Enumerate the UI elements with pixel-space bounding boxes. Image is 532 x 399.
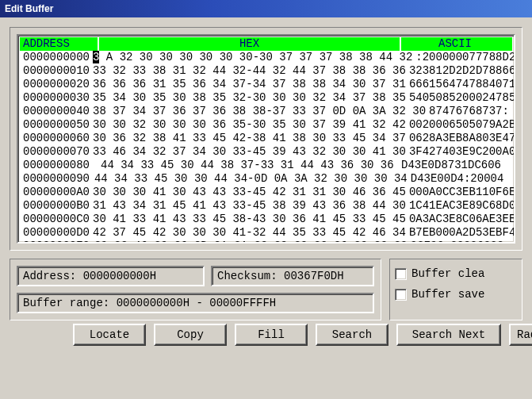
header-address: ADDRESS — [20, 37, 98, 51]
ascii-cell: 3F427403E9C200A0 — [406, 145, 515, 159]
hex-row: 00000000C030 41 33 41 43 33 45 38-43 30 … — [20, 213, 512, 226]
checkbox-icon — [395, 289, 407, 301]
hex-panel[interactable]: ADDRESS HEX ASCII 00000000003 A 32 30 30… — [17, 34, 515, 244]
header-ascii: ASCII — [401, 37, 512, 51]
ascii-cell: D43E0D8731DC606 — [398, 159, 512, 172]
search-button[interactable]: Search — [316, 324, 388, 346]
hex-group: ADDRESS HEX ASCII 00000000003 A 32 30 30… — [10, 27, 522, 251]
checksum-label: Checksum: — [217, 270, 277, 282]
hex-cell[interactable]: 30 41 33 41 43 33 45 38-43 30 36 41 45 3… — [90, 213, 406, 226]
range-label: Buffer range: — [23, 297, 109, 309]
search-next-button[interactable]: Search Next — [396, 324, 501, 346]
ascii-cell: 000A0CC3EB110F6E — [406, 186, 515, 199]
hex-cell[interactable]: 3 A 32 30 30 30 30 30 30-30 37 37 37 38 … — [90, 51, 412, 64]
header-hex: HEX — [99, 37, 400, 51]
hex-row: 000000002036 36 36 31 35 36 34 37-34 37 … — [20, 78, 512, 91]
ascii-cell: 0A3AC3E8C06AE3EE — [406, 213, 515, 226]
hex-row: 000000006030 36 32 38 41 33 45 42-38 41 … — [20, 132, 512, 145]
addr-cell: 00000000E0 — [20, 240, 91, 244]
hex-cell[interactable]: 36 36 36 31 35 36 34 37-34 37 38 38 34 3… — [90, 78, 406, 91]
hex-cell[interactable]: 38 37 34 37 36 37 36 38 38-37 33 37 0D 0… — [90, 105, 426, 118]
hex-row: 00000000003 A 32 30 30 30 30 30 30-30 37… — [20, 51, 512, 64]
button-bar: Locate Copy Fill Search Search Next Rad — [10, 320, 522, 346]
hex-header-row: ADDRESS HEX ASCII — [20, 37, 512, 51]
ascii-cell: 93F96:20006000 — [408, 240, 512, 244]
range-field: Buffer range: 0000000000H - 00000FFFFH — [17, 293, 374, 313]
hex-cell[interactable]: 44 34 33 45 30 44 38 37-33 31 44 43 36 3… — [98, 159, 398, 172]
addr-cell: 0000000050 — [20, 118, 90, 132]
options-panel: Buffer clea Buffer save — [389, 259, 522, 320]
addr-cell: 0000000080 — [20, 159, 98, 172]
hex-cell[interactable]: 30 36 32 38 41 33 45 42-38 41 38 30 33 4… — [90, 132, 406, 145]
ascii-cell: 0020006505079A2B — [406, 118, 515, 132]
ascii-cell: D43E00D4:20004 — [408, 172, 512, 186]
hex-row: 000000003035 34 30 35 30 38 35 32-30 30 … — [20, 91, 512, 105]
hex-row: 000000007033 46 34 32 37 34 30 33-45 39 … — [20, 145, 512, 159]
addr-cell: 0000000000 — [20, 51, 90, 64]
buffer-clear-label: Buffer clea — [411, 267, 484, 280]
hex-cell[interactable]: 30 30 30 41 30 43 43 33-45 42 31 31 30 4… — [90, 186, 406, 199]
hex-row: 00000000A030 30 30 41 30 43 43 33-45 42 … — [20, 186, 512, 199]
hex-cell[interactable]: 33 46 34 32 37 34 30 33-45 39 43 32 30 3… — [90, 145, 406, 159]
radix-button[interactable]: Rad — [509, 324, 532, 346]
addr-cell: 00000000B0 — [20, 199, 90, 213]
ascii-cell: 323812D2D2D78866 — [406, 64, 515, 78]
buffer-save-label: Buffer save — [411, 288, 484, 301]
ascii-cell: :200000077788D2 — [412, 51, 515, 64]
title-bar: Edit Buffer — [0, 0, 532, 17]
addr-cell: 00000000D0 — [20, 226, 90, 240]
hex-row: 00000000B031 43 34 31 45 41 43 33-45 38 … — [20, 199, 512, 213]
addr-cell: 0000000010 — [20, 64, 90, 78]
addr-cell: 0000000020 — [20, 78, 90, 91]
hex-cell[interactable]: 39 33 46 39 36 0D 0A 3A-32 30 30 30 36 3… — [91, 240, 408, 244]
window-title: Edit Buffer — [5, 3, 53, 14]
hex-row: 000000005030 30 32 30 30 30 36 35-30 35 … — [20, 118, 512, 132]
hex-cell[interactable]: 31 43 34 31 45 41 43 33-45 38 39 43 36 3… — [90, 199, 406, 213]
addr-cell: 0000000090 — [20, 172, 91, 186]
addr-cell: 0000000070 — [20, 145, 90, 159]
hex-row: 000000008044 34 33 45 30 44 38 37-33 31 … — [20, 159, 512, 172]
hex-cell[interactable]: 42 37 45 42 30 30 30 41-32 44 35 33 45 4… — [90, 226, 406, 240]
hex-cell[interactable]: 30 30 32 30 30 30 36 35-30 35 30 37 39 4… — [90, 118, 406, 132]
client-area: ADDRESS HEX ASCII 00000000003 A 32 30 30… — [0, 17, 532, 355]
checksum-field: Checksum: 00367F0DH — [211, 266, 374, 286]
address-label: Address: — [23, 270, 76, 282]
buffer-save-checkbox[interactable]: Buffer save — [395, 288, 517, 301]
addr-cell: 00000000C0 — [20, 213, 90, 226]
addr-cell: 0000000040 — [20, 105, 90, 118]
ascii-cell: 6661564747884071 — [406, 78, 515, 91]
addr-cell: 0000000060 — [20, 132, 90, 145]
hex-cell[interactable]: 44 34 33 45 30 30 44 34-0D 0A 3A 32 30 3… — [91, 172, 408, 186]
addr-cell: 0000000030 — [20, 91, 90, 105]
ascii-cell: 87476768737: 20 — [426, 105, 515, 118]
ascii-cell: 0628A3EB8A803E47 — [406, 132, 515, 145]
checksum-value: 00367F0DH — [284, 270, 344, 282]
hex-row: 00000000D042 37 45 42 30 30 30 41-32 44 … — [20, 226, 512, 240]
copy-button[interactable]: Copy — [154, 324, 227, 346]
ascii-cell: B7EB000A2D53EBF4 — [406, 226, 515, 240]
ascii-cell: 5405085200024785 — [406, 91, 515, 105]
locate-button[interactable]: Locate — [73, 324, 146, 346]
address-field: Address: 0000000000H — [17, 266, 205, 286]
range-value: 0000000000H - 00000FFFFH — [117, 297, 277, 309]
address-value: 0000000000H — [83, 270, 156, 282]
hex-row: 000000001033 32 33 38 31 32 44 32-44 32 … — [20, 64, 512, 78]
checkbox-icon — [395, 268, 407, 280]
fill-button[interactable]: Fill — [235, 324, 308, 346]
info-left-panel: Address: 0000000000H Checksum: 00367F0DH… — [10, 259, 381, 320]
hex-row: 000000009044 34 33 45 30 30 44 34-0D 0A … — [20, 172, 512, 186]
cursor[interactable]: 3 — [93, 51, 99, 63]
addr-cell: 00000000A0 — [20, 186, 90, 199]
hex-row: 00000000E039 33 46 39 36 0D 0A 3A-32 30 … — [20, 240, 512, 244]
hex-cell[interactable]: 35 34 30 35 30 38 35 32-30 30 30 32 34 3… — [90, 91, 406, 105]
info-row: Address: 0000000000H Checksum: 00367F0DH… — [10, 259, 522, 320]
hex-rows: 00000000003 A 32 30 30 30 30 30 30-30 37… — [20, 51, 512, 244]
buffer-clear-checkbox[interactable]: Buffer clea — [395, 267, 517, 280]
hex-cell[interactable]: 33 32 33 38 31 32 44 32-44 32 44 37 38 3… — [90, 64, 406, 78]
ascii-cell: 1C41EAC3E89C68D0 — [406, 199, 515, 213]
hex-row: 000000004038 37 34 37 36 37 36 38 38-37 … — [20, 105, 512, 118]
